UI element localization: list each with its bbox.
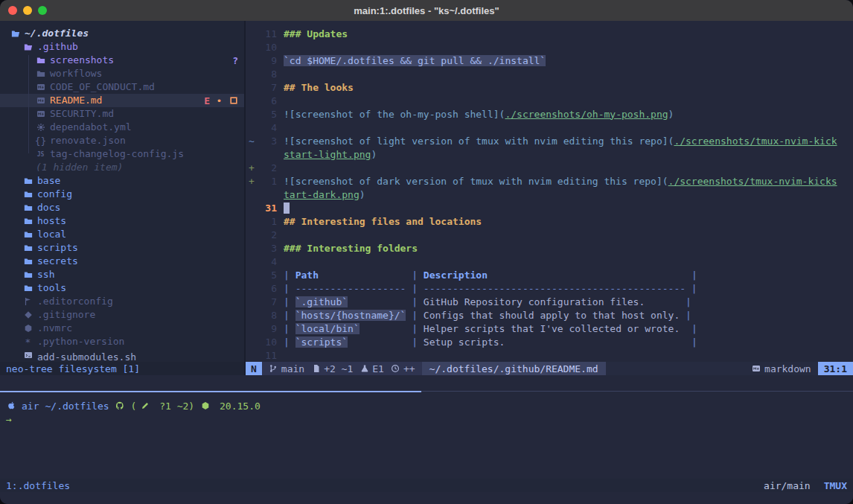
buffer-line-10[interactable]: 10| `scripts` | Setup scripts. |: [246, 335, 853, 348]
buffer-line-wrap-12[interactable]: tart-dark.png): [246, 188, 853, 201]
tree-item-local[interactable]: local: [0, 228, 244, 241]
text-segment: Setup scripts.: [424, 336, 505, 348]
buffer-line-1[interactable]: +1![screenshot of dark version of tmux w…: [246, 174, 853, 188]
statusline-extra: ++: [391, 363, 415, 374]
tree-item-readme-md[interactable]: README.mdE•: [0, 94, 244, 107]
folder-icon: [23, 230, 33, 240]
buffer-line-7[interactable]: 7| `.github` | GitHub Repository configu…: [246, 295, 853, 308]
shell-pane[interactable]: air~/.dotfiles( ?1 ~2) 20.15.0 →: [0, 393, 853, 476]
buffer-line-4[interactable]: 4: [246, 255, 853, 268]
statusline-git-segment: main +2 ~1 E1 ++: [262, 362, 422, 375]
tree-item-github[interactable]: .github: [0, 40, 244, 54]
tree-item-security-md[interactable]: SECURITY.md: [0, 107, 244, 121]
line-number: 7: [258, 296, 277, 307]
tree-item-label: add-submodules.sh: [37, 351, 46, 360]
tree-item-config[interactable]: config: [0, 188, 244, 201]
tree-item-1-hidden-item[interactable]: (1 hidden item): [0, 161, 244, 174]
tree-item-workflows[interactable]: workflows: [0, 67, 244, 80]
tree-item-dotfiles[interactable]: ~/.dotfiles: [0, 27, 244, 40]
tree-item-code-of-conduct-md[interactable]: CODE_OF_CONDUCT.md: [0, 80, 244, 94]
prompt-text: ?1 ~2): [153, 401, 194, 412]
tree-item-dependabot-yml[interactable]: dependabot.yml: [0, 121, 244, 134]
tree-item-renovate-json[interactable]: {}renovate.json: [0, 134, 244, 147]
editor-buffer[interactable]: 11### Updates109`cd $HOME/.dotfiles && g…: [246, 21, 853, 362]
tree-item-python-version[interactable]: *.python-version: [0, 335, 244, 348]
text-segment: |: [412, 336, 424, 348]
text-segment: [360, 323, 412, 334]
text-segment: [348, 336, 412, 348]
line-text: | Path | Description |: [284, 269, 697, 281]
line-number: 1: [258, 176, 277, 187]
tree-item-label: .github: [37, 40, 78, 54]
line-number: 7: [258, 82, 277, 93]
prompt-text: ~/.dotfiles: [45, 401, 109, 412]
braces-icon: {}: [36, 136, 45, 146]
line-number: 6: [258, 283, 277, 294]
text-segment: tart-dark.png: [284, 189, 360, 200]
buffer-line-2[interactable]: 2: [246, 228, 853, 241]
close-button[interactable]: [8, 6, 17, 15]
tree-item-label: docs: [37, 201, 60, 214]
text-segment: Configs that should apply to that host o…: [424, 310, 680, 321]
text-segment: `.github`: [295, 296, 348, 307]
text-segment: ): [668, 109, 674, 120]
line-number: 9: [258, 323, 277, 334]
tree-item-docs[interactable]: docs: [0, 201, 244, 214]
tree-item-tools[interactable]: tools: [0, 281, 244, 295]
text-segment: Path: [295, 269, 319, 281]
mode-indicator: N: [246, 362, 262, 375]
zoom-button[interactable]: [38, 6, 47, 15]
inactive-pane-border: [421, 391, 853, 392]
tree-item-gitignore[interactable]: .gitignore: [0, 308, 244, 322]
buffer-line-5[interactable]: 5![screenshot of the oh-my-posh shell](.…: [246, 107, 853, 121]
buffer-line-6[interactable]: 6| ------------------- | ---------------…: [246, 281, 853, 295]
tree-item-base[interactable]: base: [0, 174, 244, 188]
tree-item-hosts[interactable]: hosts: [0, 214, 244, 228]
buffer-line-7[interactable]: 7## The looks: [246, 80, 853, 94]
tree-item-ssh[interactable]: ssh: [0, 268, 244, 281]
buffer-line-2[interactable]: +2: [246, 161, 853, 174]
text-segment: ![screenshot of light version of tmux wi…: [284, 135, 674, 147]
buffer-line-9[interactable]: 9`cd $HOME/.dotfiles && git pull && ./in…: [246, 54, 853, 67]
tree-item-tag-changelog-config-js[interactable]: JStag-changelog-config.js: [0, 147, 244, 161]
buffer-line-10[interactable]: 10: [246, 40, 853, 54]
tree-item-label: screenshots: [50, 54, 114, 67]
buffer-line-11[interactable]: 11: [246, 348, 853, 362]
command-input-line[interactable]: →: [6, 412, 853, 426]
buffer-line-9[interactable]: 9| `local/bin` | Helper scripts that I'v…: [246, 322, 853, 335]
buffer-line-3[interactable]: ~3![screenshot of light version of tmux …: [246, 134, 853, 147]
line-number: 11: [258, 350, 277, 361]
line-number: 2: [258, 229, 277, 240]
minimize-button[interactable]: [23, 6, 32, 15]
buffer-line-1[interactable]: 1## Interesting files and locations: [246, 214, 853, 228]
buffer-line-6[interactable]: 6: [246, 94, 853, 107]
buffer-line-11[interactable]: 11### Updates: [246, 27, 853, 40]
tree-item-nvmrc[interactable]: .nvmrc: [0, 322, 244, 335]
text-segment: start-light.png: [284, 149, 371, 160]
tree-item-editorconfig[interactable]: .editorconfig: [0, 295, 244, 308]
buffer-line-31[interactable]: 31: [246, 201, 853, 214]
prompt-segment: 20.15.0: [200, 401, 261, 412]
tree-item-label: .python-version: [37, 335, 124, 348]
buffer-line-3[interactable]: 3### Interesting folders: [246, 241, 853, 255]
markdown-icon: [751, 364, 761, 374]
buffer-line-wrap-9[interactable]: start-light.png): [246, 147, 853, 161]
line-number: 4: [258, 122, 277, 133]
tree-item-scripts[interactable]: scripts: [0, 241, 244, 255]
tree-item-secrets[interactable]: secrets: [0, 255, 244, 268]
buffer-line-5[interactable]: 5| Path | Description |: [246, 268, 853, 281]
tmux-pane-border[interactable]: [0, 391, 853, 392]
buffer-line-8[interactable]: 8| `hosts/{hostname}/` | Configs that sh…: [246, 308, 853, 322]
buffer-line-8[interactable]: 8: [246, 67, 853, 80]
tree-item-screenshots[interactable]: screenshots?: [0, 54, 244, 67]
text-segment: [505, 336, 691, 348]
diagnostics: E1: [360, 363, 384, 374]
text-segment: GitHub Repository configuration files.: [424, 296, 645, 307]
buffer-line-4[interactable]: 4: [246, 121, 853, 134]
tree-item-label: scripts: [37, 241, 78, 255]
tree-item-label: secrets: [37, 255, 78, 268]
tmux-window-item[interactable]: 1:.dotfiles: [6, 480, 70, 491]
line-number: 4: [258, 256, 277, 267]
tree-item-add-submodules-sh[interactable]: add-submodules.sh: [0, 348, 244, 362]
cursor-block: [284, 202, 290, 214]
